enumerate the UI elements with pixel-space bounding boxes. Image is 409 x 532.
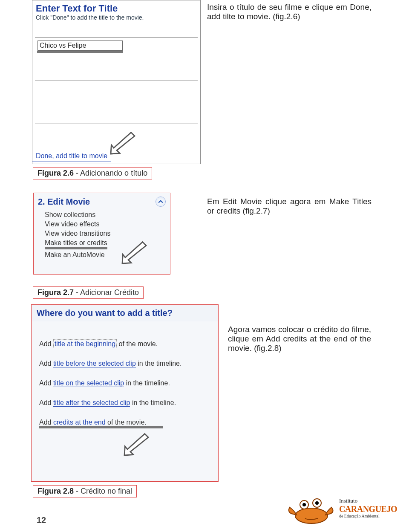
instruction-text-3: Agora vamos colocar o crédito do filme, … xyxy=(228,325,371,353)
figure-2-6-caption-text: - Adicionando o título xyxy=(74,169,147,177)
enter-title-heading: Enter Text for Title xyxy=(32,0,200,14)
svg-point-3 xyxy=(295,508,328,523)
title-wizard-heading: Where do you want to add a title? xyxy=(32,305,218,321)
figure-2-7-caption-text: - Adicionar Crédito xyxy=(74,288,139,297)
figure-2-6-screenshot: Enter Text for Title Click "Done" to add… xyxy=(32,0,201,164)
figure-2-8-caption-num: Figura 2.8 xyxy=(37,487,74,495)
figure-2-6-caption-num: Figura 2.6 xyxy=(37,169,74,177)
title-text-input[interactable]: Chico vs Felipe xyxy=(37,40,123,51)
svg-point-6 xyxy=(302,503,306,506)
task-view-video-transitions[interactable]: View video transitions xyxy=(45,229,170,238)
instruction-text-2: Em Edit Movie clique agora em Make Title… xyxy=(207,197,372,216)
input-highlight-bar xyxy=(37,51,123,53)
add-title-beginning-link[interactable]: Add title at the beginning of the movie. xyxy=(32,334,218,354)
instruction-text-1: Insira o título de seu filme e clique em… xyxy=(207,3,372,21)
chevron-up-icon[interactable] xyxy=(156,197,166,207)
figure-2-6-caption: Figura 2.6 - Adicionando o título xyxy=(33,167,152,179)
edit-movie-header: 2. Edit Movie xyxy=(38,197,90,207)
figure-2-8-caption: Figura 2.8 - Crédito no final xyxy=(33,485,137,497)
logo-line1: Instituto xyxy=(339,498,397,504)
add-title-before-clip-link[interactable]: Add title before the selected clip in th… xyxy=(32,354,218,373)
logo-line2: CARANGUEJO xyxy=(339,504,397,514)
task-show-collections[interactable]: Show collections xyxy=(45,210,170,220)
credits-highlight-bar xyxy=(39,426,163,428)
figure-2-7-caption-num: Figura 2.7 xyxy=(37,288,74,297)
add-title-after-clip-link[interactable]: Add title after the selected clip in the… xyxy=(32,393,218,413)
add-title-on-clip-link[interactable]: Add title on the selected clip in the ti… xyxy=(32,373,218,393)
figure-2-8-screenshot: Where do you want to add a title? Add ti… xyxy=(31,304,219,482)
page-number: 12 xyxy=(37,515,46,525)
figure-2-8-caption-text: - Crédito no final xyxy=(74,487,132,495)
logo-line3: de Educação Ambiental xyxy=(339,514,397,518)
done-add-title-link[interactable]: Done, add title to movie xyxy=(32,150,111,162)
task-view-video-effects[interactable]: View video effects xyxy=(45,220,170,229)
subtitle-text-input[interactable] xyxy=(35,81,198,124)
task-make-automovie[interactable]: Make an AutoMovie xyxy=(45,250,170,260)
enter-title-subtext: Click "Done" to add the title to the mov… xyxy=(32,14,200,23)
figure-2-7-screenshot: 2. Edit Movie Show collections View vide… xyxy=(33,193,170,275)
svg-point-7 xyxy=(315,501,319,505)
task-make-titles-or-credits[interactable]: Make titles or credits xyxy=(45,238,170,250)
crab-mascot-icon xyxy=(284,490,335,526)
add-credits-end-link[interactable]: Add credits at the end of the movie. xyxy=(32,413,218,427)
instituto-caranguejo-logo: Instituto CARANGUEJO de Educação Ambient… xyxy=(284,490,397,526)
figure-2-7-caption: Figura 2.7 - Adicionar Crédito xyxy=(33,286,144,299)
